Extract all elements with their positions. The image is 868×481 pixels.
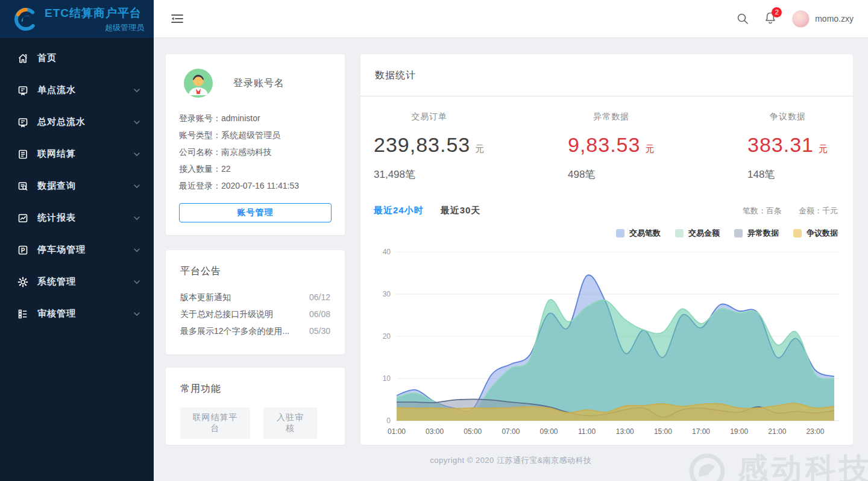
announcements-title: 平台公告 <box>180 265 330 278</box>
legend-chip <box>675 229 684 237</box>
account-card: 登录账号名 登录账号：administor 账号类型：系统超级管理员 公司名称：… <box>166 54 345 235</box>
home-icon <box>17 52 29 64</box>
quick-actions-title: 常用功能 <box>180 383 330 395</box>
statistics-card: 数据统计 交易订单 239,83.53元 31,498笔 异常数据 9,83.5… <box>360 54 853 445</box>
account-field: 账号类型：系统超级管理员 <box>179 127 332 143</box>
chevron-down-icon <box>133 183 140 190</box>
svg-text:21:00: 21:00 <box>768 427 786 436</box>
svg-text:10: 10 <box>383 374 391 383</box>
svg-text:0: 0 <box>386 417 391 425</box>
top-header: 2 momo.zxy <box>154 0 868 38</box>
tab-last-30-days[interactable]: 最近30天 <box>441 205 481 216</box>
sidebar-item-single-point-flow[interactable]: 单点流水 <box>0 74 154 106</box>
quick-actions-card: 常用功能 联网结算平台 入驻审核 <box>166 368 345 445</box>
sidebar: ETC结算商户平台 超级管理员 首页 单点流水 总对总流水 <box>0 0 154 481</box>
stat-abnormal-data: 异常数据 9,83.53元 498笔 <box>568 112 655 181</box>
gear-icon <box>17 276 29 288</box>
svg-text:03:00: 03:00 <box>426 427 444 436</box>
stat-dispute-data: 争议数据 383.31元 148笔 <box>747 112 828 181</box>
document-icon <box>17 148 29 160</box>
account-title: 登录账号名 <box>233 77 285 90</box>
brand-watermark: 感动科技 <box>688 449 868 481</box>
user-menu[interactable]: momo.zxy <box>792 10 854 28</box>
main-content: 感动科技 登录账号名 登录账号：administor 账号类型：系统超级管理员 … <box>154 38 868 481</box>
sidebar-item-system-management[interactable]: 系统管理 <box>0 266 154 298</box>
chevron-down-icon <box>133 119 140 126</box>
account-field: 登录账号：administor <box>179 110 332 127</box>
svg-text:13:00: 13:00 <box>616 427 634 436</box>
svg-text:09:00: 09:00 <box>540 427 558 436</box>
svg-text:17:00: 17:00 <box>692 427 710 436</box>
svg-text:07:00: 07:00 <box>502 427 520 436</box>
account-avatar <box>184 69 213 98</box>
svg-text:11:00: 11:00 <box>578 427 596 436</box>
announcement-item[interactable]: 关于总对总接口升级说明 06/08 <box>180 306 330 322</box>
sidebar-item-parking-management[interactable]: P 停车场管理 <box>0 234 154 266</box>
svg-text:30: 30 <box>383 290 391 298</box>
legend-item-transaction-count[interactable]: 交易笔数 <box>616 228 661 239</box>
legend-chip <box>734 229 743 237</box>
sidebar-item-data-query[interactable]: 数据查询 <box>0 170 154 202</box>
avatar <box>792 10 810 28</box>
svg-text:01:00: 01:00 <box>388 427 406 436</box>
sidebar-item-total-flow[interactable]: 总对总流水 <box>0 106 154 138</box>
area-chart: 01020304001:0003:0005:0007:0009:0011:001… <box>369 242 844 439</box>
sidebar-item-statistic-report[interactable]: 统计报表 <box>0 202 154 234</box>
sidebar-item-network-settlement[interactable]: 联网结算 <box>0 138 154 170</box>
legend-item-dispute-data[interactable]: 争议数据 <box>793 228 838 239</box>
ticket-icon <box>17 116 29 128</box>
app-logo-icon <box>13 7 39 32</box>
account-field: 最近登录：2020-07-16 11:41:53 <box>179 177 332 194</box>
tab-last-24-hours[interactable]: 最近24小时 <box>374 205 424 216</box>
menu-fold-icon[interactable] <box>171 13 184 25</box>
svg-text:20: 20 <box>383 332 391 341</box>
svg-text:40: 40 <box>383 248 391 256</box>
checklist-icon <box>17 308 29 320</box>
chart-report-icon <box>17 212 29 224</box>
brand-watermark-icon <box>688 453 726 481</box>
quick-action-settlement-platform-button[interactable]: 联网结算平台 <box>180 407 250 439</box>
app-logo-area[interactable]: ETC结算商户平台 超级管理员 <box>0 0 154 38</box>
announcements-card: 平台公告 版本更新通知 06/12 关于总对总接口升级说明 06/08 最多展示… <box>166 250 345 354</box>
notifications-button[interactable]: 2 <box>764 11 776 27</box>
sidebar-item-home[interactable]: 首页 <box>0 42 154 74</box>
account-manage-button[interactable]: 账号管理 <box>179 203 332 222</box>
stat-transaction-orders: 交易订单 239,83.53元 31,498笔 <box>374 112 485 181</box>
username: momo.zxy <box>815 14 854 24</box>
legend-item-abnormal-data[interactable]: 异常数据 <box>734 228 779 239</box>
account-field: 公司名称：南京感动科技 <box>179 143 332 160</box>
svg-text:15:00: 15:00 <box>654 427 672 436</box>
app-title: ETC结算商户平台 <box>45 5 144 21</box>
ticket-icon <box>17 84 29 96</box>
account-field: 接入数量：22 <box>179 160 332 177</box>
announcement-item[interactable]: 最多展示12个字多余的使用... 05/30 <box>180 322 330 339</box>
chevron-down-icon <box>133 151 140 158</box>
sidebar-menu: 首页 单点流水 总对总流水 联网结算 数据查询 <box>0 38 154 330</box>
announcement-item[interactable]: 版本更新通知 06/12 <box>180 289 330 306</box>
search-icon[interactable] <box>737 13 749 25</box>
stats-summary-row: 交易订单 239,83.53元 31,498笔 异常数据 9,83.53元 49… <box>360 112 853 202</box>
brand-watermark-text: 感动科技 <box>738 449 868 481</box>
legend-chip <box>616 229 624 237</box>
chevron-down-icon <box>133 215 140 222</box>
quick-action-entry-audit-button[interactable]: 入驻审核 <box>263 407 317 439</box>
chart-unit-notes: 笔数：百条金额：千元 <box>726 206 838 216</box>
notification-badge: 2 <box>772 7 782 17</box>
parking-icon: P <box>17 244 29 256</box>
svg-text:P: P <box>21 247 25 253</box>
svg-text:05:00: 05:00 <box>464 427 482 436</box>
sidebar-item-audit-management[interactable]: 审核管理 <box>0 298 154 330</box>
chevron-down-icon <box>133 247 140 254</box>
statistics-title: 数据统计 <box>375 69 838 82</box>
chart-legend: 交易笔数 交易金额 异常数据 争议数据 <box>602 228 838 239</box>
app-role-subtitle: 超级管理员 <box>45 22 144 33</box>
svg-text:19:00: 19:00 <box>730 427 748 436</box>
document-search-icon <box>17 180 29 192</box>
svg-text:23:00: 23:00 <box>806 427 824 436</box>
chevron-down-icon <box>133 310 140 318</box>
chevron-down-icon <box>133 278 140 286</box>
legend-item-transaction-amount[interactable]: 交易金额 <box>675 228 720 239</box>
legend-chip <box>793 229 802 237</box>
chevron-down-icon <box>133 87 140 94</box>
